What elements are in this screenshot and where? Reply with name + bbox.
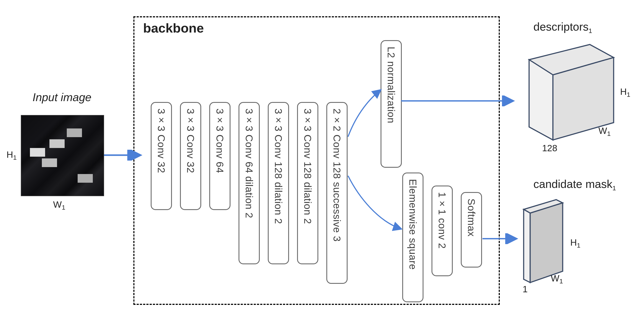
layer-conv32-2: 3×3 Conv 32	[180, 102, 201, 210]
layer-conv128-d2-1: 3×3 Conv 128 dilation 2	[268, 102, 289, 264]
backbone-title: backbone	[143, 21, 204, 36]
descriptors-h-label: H1	[620, 87, 630, 98]
arrow-softmax-to-mask	[482, 233, 519, 244]
arrow-l2-to-descriptors	[401, 96, 516, 106]
mask-w-label: W1	[551, 273, 563, 285]
descriptors-title: descriptors1	[534, 21, 592, 34]
layer-conv128-d2-2: 3×3 Conv 128 dilation 2	[297, 102, 318, 264]
descriptors-depth-label: 128	[542, 143, 557, 153]
descriptors-w-label: W1	[598, 126, 610, 137]
mask-h-label: H1	[570, 238, 580, 249]
layer-conv32-1: 3×3 Conv 32	[151, 102, 172, 210]
layer-1x1-conv2: 1×1 conv 2	[432, 186, 453, 276]
layer-softmax: Softmax	[461, 192, 482, 267]
input-h-label: H1	[6, 150, 17, 161]
arrow-split-to-l2	[346, 85, 385, 139]
svg-marker-8	[530, 203, 563, 282]
input-title: Input image	[32, 91, 92, 104]
layer-conv64-d2: 3×3 Conv 64 dilation 2	[238, 102, 260, 264]
mask-depth-label: 1	[522, 284, 528, 294]
arrow-input-to-backbone	[104, 150, 143, 161]
arrow-split-to-elemwise	[346, 174, 406, 234]
layer-conv64-1: 3×3 Conv 64	[209, 102, 230, 210]
svg-marker-7	[524, 209, 530, 282]
input-w-label: W1	[53, 200, 65, 211]
mask-title: candidate mask1	[534, 178, 616, 192]
layer-conv128-succ3: 2×2 Conv 128 successive 3	[326, 102, 348, 284]
input-image	[21, 115, 104, 196]
